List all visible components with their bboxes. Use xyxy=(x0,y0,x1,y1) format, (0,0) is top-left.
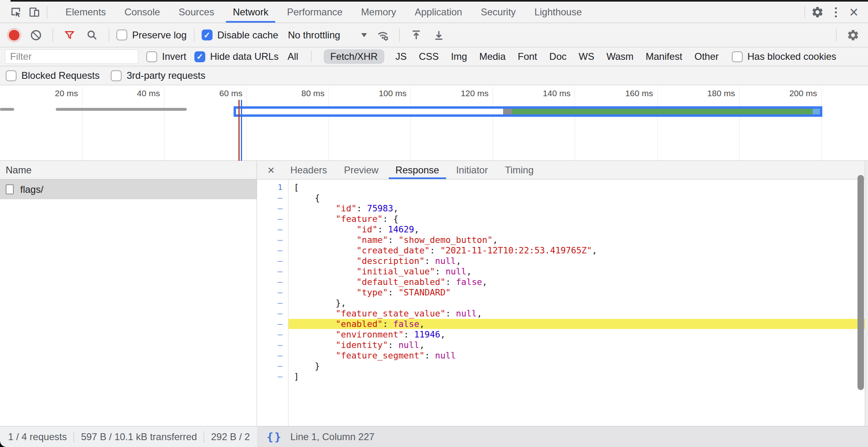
third-party-requests-checkbox[interactable]: 3rd-party requests xyxy=(111,70,205,81)
filter-type-other[interactable]: Other xyxy=(693,49,719,64)
overview-idle-bar xyxy=(56,108,187,111)
filter-type-img[interactable]: Img xyxy=(450,49,468,64)
hide-data-urls-checkbox[interactable]: Hide data URLs xyxy=(194,51,278,62)
response-line: – } xyxy=(257,361,868,371)
import-har-icon[interactable] xyxy=(407,26,426,44)
filter-type-js[interactable]: JS xyxy=(395,49,408,64)
search-icon[interactable] xyxy=(83,26,101,44)
detail-tab-timing[interactable]: Timing xyxy=(496,161,542,179)
line-number: 1 xyxy=(257,182,288,192)
chevron-down-icon[interactable] xyxy=(361,33,367,37)
checkbox-unchecked xyxy=(146,51,157,62)
line-number: – xyxy=(257,371,288,381)
line-number: – xyxy=(257,329,288,339)
close-devtools-icon[interactable]: × xyxy=(845,4,862,20)
tab-memory[interactable]: Memory xyxy=(352,2,406,23)
export-har-icon[interactable] xyxy=(430,26,448,44)
tab-security[interactable]: Security xyxy=(472,2,525,23)
tab-network[interactable]: Network xyxy=(223,2,278,23)
filter-type-ws[interactable]: WS xyxy=(578,49,595,64)
tab-application[interactable]: Application xyxy=(405,2,471,23)
detail-tabs: × HeadersPreviewResponseInitiatorTiming xyxy=(257,161,868,179)
highlighted-code-line: "enabled": false, xyxy=(288,319,868,329)
overview-request-bar xyxy=(234,106,822,117)
filter-funnel-icon[interactable] xyxy=(60,26,79,44)
has-blocked-cookies-checkbox[interactable]: Has blocked cookies xyxy=(732,51,836,62)
hide-data-urls-label: Hide data URLs xyxy=(210,51,278,62)
timeline-tick-label: 60 ms xyxy=(178,89,242,98)
code-line: }, xyxy=(288,298,868,308)
line-number: – xyxy=(257,214,288,223)
detail-tab-initiator[interactable]: Initiator xyxy=(448,161,497,179)
network-overview-timeline[interactable]: 20 ms40 ms60 ms80 ms100 ms120 ms140 ms16… xyxy=(0,85,868,161)
network-summary: 1 / 4 requests597 B / 10.1 kB transferre… xyxy=(0,426,265,447)
tab-performance[interactable]: Performance xyxy=(278,2,352,23)
tab-sources[interactable]: Sources xyxy=(169,2,223,23)
detail-tab-headers[interactable]: Headers xyxy=(282,161,336,179)
has-blocked-cookies-label: Has blocked cookies xyxy=(748,51,836,62)
close-detail-icon[interactable]: × xyxy=(264,164,278,176)
network-conditions-wifi-icon[interactable] xyxy=(373,26,392,44)
window-corner xyxy=(0,440,7,447)
blocked-requests-label: Blocked Requests xyxy=(21,70,99,81)
load-event-line xyxy=(238,100,240,161)
filter-type-wasm[interactable]: Wasm xyxy=(606,49,634,64)
device-toolbar-icon[interactable] xyxy=(25,3,44,21)
filter-type-manifest[interactable]: Manifest xyxy=(645,49,683,64)
code-line: "id": 14629, xyxy=(288,224,868,234)
record-network-log-button[interactable] xyxy=(9,30,19,40)
settings-gear-icon[interactable] xyxy=(808,3,827,21)
more-options-kebab-icon[interactable] xyxy=(827,3,845,21)
status-item: 292 B / 2 xyxy=(211,431,250,443)
status-item: 597 B / 10.1 kB transferred xyxy=(81,431,197,443)
status-bar: 1 / 4 requests597 B / 10.1 kB transferre… xyxy=(0,426,868,447)
tab-console[interactable]: Console xyxy=(115,2,169,23)
request-type-filters: AllFetch/XHRJSCSSImgMediaFontDocWSWasmMa… xyxy=(287,49,719,64)
filter-type-font[interactable]: Font xyxy=(517,49,538,64)
line-number: – xyxy=(257,224,288,234)
filter-type-css[interactable]: CSS xyxy=(418,49,440,64)
invert-checkbox[interactable]: Invert xyxy=(146,51,186,62)
response-line: – "description": null, xyxy=(257,255,868,266)
inspect-element-icon[interactable] xyxy=(6,3,25,21)
request-row[interactable]: flags/ xyxy=(0,179,257,199)
timeline-gridline xyxy=(657,87,657,160)
response-line: – "initial_value": null, xyxy=(257,266,868,276)
network-settings-gear-icon[interactable] xyxy=(844,26,862,44)
response-code: 1[– {– "id": 75983,– "feature": {– "id":… xyxy=(257,179,868,382)
request-name: flags/ xyxy=(20,184,43,195)
tabbar-right: × xyxy=(801,3,868,21)
line-number: – xyxy=(257,287,288,297)
filter-type-fetch-xhr[interactable]: Fetch/XHR xyxy=(324,49,384,64)
scrollbar-thumb[interactable] xyxy=(857,175,864,390)
tab-lighthouse[interactable]: Lighthouse xyxy=(525,2,591,23)
filter-type-media[interactable]: Media xyxy=(478,49,506,64)
third-party-requests-label: 3rd-party requests xyxy=(126,70,205,81)
filter-type-all[interactable]: All xyxy=(287,49,299,64)
timeline-tick-label: 80 ms xyxy=(260,89,324,98)
throttling-select[interactable]: No throttling xyxy=(288,30,340,41)
file-icon xyxy=(6,184,14,194)
detail-tab-preview[interactable]: Preview xyxy=(335,161,387,179)
code-line: "default_enabled": false, xyxy=(288,277,868,287)
filter-input[interactable] xyxy=(5,49,138,64)
checkbox-unchecked xyxy=(116,30,127,40)
code-line: "name": "show_demo_button", xyxy=(288,235,868,245)
timeline-tick-label: 40 ms xyxy=(95,89,160,98)
waterfall-segment-waiting xyxy=(236,109,503,114)
clear-network-log-icon[interactable] xyxy=(27,26,45,44)
detail-tab-response[interactable]: Response xyxy=(387,161,448,179)
preserve-log-checkbox[interactable]: Preserve log xyxy=(116,30,187,41)
code-line: "feature_segment": null xyxy=(288,350,868,361)
name-column-header[interactable]: Name xyxy=(0,161,257,179)
blocked-requests-checkbox[interactable]: Blocked Requests xyxy=(6,70,99,81)
tab-elements[interactable]: Elements xyxy=(56,2,115,23)
pretty-print-icon[interactable]: {} xyxy=(267,430,282,443)
line-number: – xyxy=(257,298,288,308)
devtools-window: ElementsConsoleSourcesNetworkPerformance… xyxy=(0,0,868,447)
response-line: –] xyxy=(257,371,868,382)
line-number: – xyxy=(257,256,288,266)
disable-cache-checkbox[interactable]: Disable cache xyxy=(202,30,278,41)
line-number: – xyxy=(257,245,288,255)
filter-type-doc[interactable]: Doc xyxy=(548,49,567,64)
